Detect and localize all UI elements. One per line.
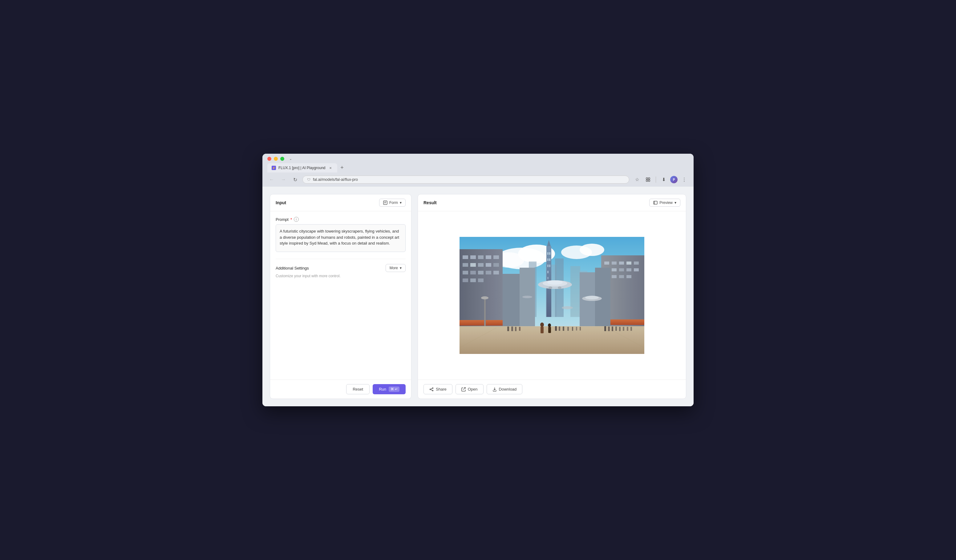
active-tab[interactable]: ⚡ FLUX.1 [pro] | AI Playground ✕	[267, 163, 337, 173]
svg-rect-7	[654, 201, 657, 204]
tab-close-button[interactable]: ✕	[328, 165, 333, 170]
browser-download-button[interactable]: ⬇	[659, 175, 668, 184]
refresh-icon: ↻	[293, 177, 297, 182]
prompt-info-icon[interactable]: i	[294, 217, 299, 222]
svg-rect-109	[459, 237, 644, 354]
svg-rect-1	[648, 178, 650, 179]
form-button[interactable]: Form ▾	[379, 199, 406, 207]
result-panel: Result Preview ▾	[418, 194, 686, 399]
open-icon	[461, 387, 466, 392]
menu-button[interactable]: ⋮	[679, 175, 689, 184]
form-button-label: Form	[389, 201, 398, 205]
preview-dropdown-icon: ▾	[675, 201, 676, 205]
download-button[interactable]: Download	[487, 384, 523, 394]
forward-button[interactable]: →	[279, 175, 288, 184]
minimize-button[interactable]	[274, 157, 278, 161]
toolbar-separator	[656, 176, 656, 182]
svg-rect-0	[646, 178, 648, 179]
browser-content: Input Form ▾ Prompt* i A futuri	[263, 187, 693, 406]
generated-image	[423, 237, 680, 354]
close-button[interactable]	[267, 157, 271, 161]
svg-rect-3	[648, 180, 650, 181]
additional-settings-section: Additional Settings More ▾ Customize you…	[276, 259, 406, 278]
share-button[interactable]: Share	[423, 384, 453, 394]
form-icon	[383, 201, 387, 205]
url-text: fal.ai/models/fal-ai/flux-pro	[313, 178, 624, 182]
new-tab-button[interactable]: +	[338, 163, 346, 172]
cityscape-svg	[423, 237, 680, 354]
back-button[interactable]: ←	[267, 175, 276, 184]
result-panel-title: Result	[423, 200, 437, 205]
collapse-icon[interactable]: ⌄	[289, 157, 292, 161]
svg-line-114	[431, 389, 432, 390]
preview-button[interactable]: Preview ▾	[649, 199, 680, 207]
settings-description: Customize your input with more control.	[276, 274, 406, 278]
reset-button[interactable]: Reset	[346, 384, 370, 394]
tab-title: FLUX.1 [pro] | AI Playground	[278, 166, 325, 170]
run-shortcut: ⌘ ↵	[389, 387, 399, 392]
more-button-label: More	[390, 266, 398, 270]
download-button-label: Download	[499, 387, 517, 392]
input-panel: Input Form ▾ Prompt* i A futuri	[270, 194, 412, 399]
prompt-textarea[interactable]: A futuristic cityscape with towering sky…	[276, 224, 406, 252]
svg-rect-2	[646, 180, 648, 181]
run-button[interactable]: Run ⌘ ↵	[373, 384, 406, 394]
toolbar-icons: ☆ ⬇ P ⋮	[632, 175, 689, 184]
prompt-label-text: Prompt	[276, 217, 289, 222]
open-button[interactable]: Open	[456, 384, 484, 394]
address-input[interactable]: 🛡 fal.ai/models/fal-ai/flux-pro	[302, 176, 629, 184]
settings-title: Additional Settings	[276, 266, 309, 271]
svg-point-112	[432, 390, 433, 391]
form-dropdown-icon: ▾	[400, 201, 402, 205]
tab-favicon: ⚡	[272, 166, 276, 170]
result-actions: Share Open Download	[418, 379, 686, 399]
settings-header: Additional Settings More ▾	[276, 264, 406, 272]
svg-line-113	[431, 388, 432, 389]
download-icon	[492, 387, 497, 392]
svg-point-111	[430, 389, 431, 390]
refresh-button[interactable]: ↻	[291, 175, 299, 184]
traffic-lights: ⌄	[267, 157, 689, 161]
result-image-container	[418, 211, 686, 379]
result-panel-header: Result Preview ▾	[418, 194, 686, 211]
more-dropdown-icon: ▾	[400, 266, 402, 270]
browser-window: ⌄ ⚡ FLUX.1 [pro] | AI Playground ✕ + ← →…	[263, 154, 693, 406]
share-button-label: Share	[436, 387, 447, 392]
action-buttons: Reset Run ⌘ ↵	[270, 379, 411, 399]
title-bar: ⌄ ⚡ FLUX.1 [pro] | AI Playground ✕ +	[263, 154, 693, 173]
more-button[interactable]: More ▾	[385, 264, 406, 272]
security-icon: 🛡	[307, 178, 310, 181]
preview-button-label: Preview	[659, 201, 673, 205]
extensions-button[interactable]	[643, 175, 653, 184]
address-bar: ← → ↻ 🛡 fal.ai/models/fal-ai/flux-pro ☆	[263, 173, 693, 187]
avatar[interactable]: P	[670, 176, 678, 183]
run-button-label: Run	[379, 387, 386, 392]
preview-icon	[653, 201, 657, 205]
cmd-key: ⌘	[390, 387, 394, 391]
svg-rect-4	[384, 201, 387, 204]
bookmark-button[interactable]: ☆	[632, 175, 642, 184]
prompt-label: Prompt* i	[276, 217, 406, 222]
svg-line-115	[463, 387, 465, 390]
enter-key: ↵	[395, 387, 398, 391]
back-icon: ←	[269, 177, 274, 182]
input-panel-body: Prompt* i A futuristic cityscape with to…	[270, 211, 411, 379]
input-panel-title: Input	[276, 200, 286, 205]
tab-bar: ⚡ FLUX.1 [pro] | AI Playground ✕ +	[267, 163, 689, 173]
maximize-button[interactable]	[280, 157, 284, 161]
input-panel-header: Input Form ▾	[270, 194, 411, 211]
required-indicator: *	[291, 217, 292, 222]
forward-icon: →	[281, 177, 286, 182]
share-icon	[429, 387, 434, 392]
svg-point-110	[432, 387, 433, 389]
open-button-label: Open	[468, 387, 478, 392]
